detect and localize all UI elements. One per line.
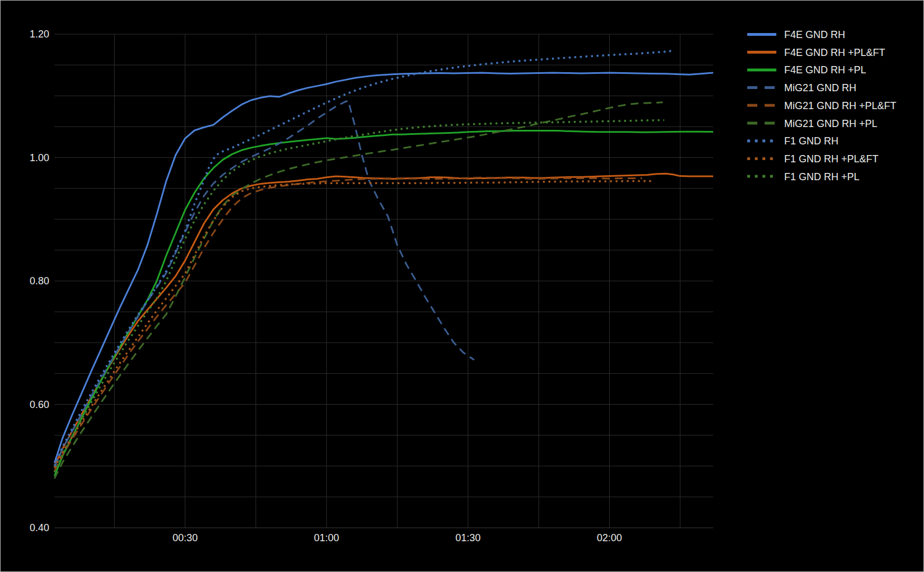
legend-label: MiG21 GND RH +PL&FT	[784, 100, 897, 111]
y-tick-label: 1.20	[30, 29, 49, 40]
x-tick-label: 01:00	[314, 532, 339, 543]
series-line-f1-gnd-rh	[54, 51, 674, 466]
y-tick-label: 0.60	[30, 399, 49, 410]
legend-item-f4e-gnd-rh: F4E GND RH	[747, 29, 845, 40]
series-line-f1-gnd-rh-pl-ft	[54, 181, 654, 468]
series-line-f1-gnd-rh-pl	[54, 120, 664, 472]
legend-label: MiG21 GND RH +PL	[784, 118, 878, 129]
legend-label: F1 GND RH +PL	[784, 171, 860, 182]
legend: F4E GND RHF4E GND RH +PL&FTF4E GND RH +P…	[747, 29, 897, 182]
legend-item-mig21-gnd-rh-pl-ft: MiG21 GND RH +PL&FT	[747, 100, 897, 111]
legend-item-mig21-gnd-rh: MiG21 GND RH	[747, 82, 856, 93]
y-tick-label: 1.00	[30, 152, 49, 163]
x-tick-label: 02:00	[597, 532, 622, 543]
legend-label: F1 GND RH +PL&FT	[784, 153, 879, 165]
gridlines	[54, 34, 713, 528]
legend-item-mig21-gnd-rh-pl: MiG21 GND RH +PL	[747, 118, 878, 129]
x-tick-label: 01:30	[455, 532, 480, 543]
series-group	[54, 51, 713, 479]
legend-item-f1-gnd-rh-pl-ft: F1 GND RH +PL&FT	[747, 153, 879, 165]
legend-item-f1-gnd-rh-pl: F1 GND RH +PL	[747, 171, 860, 182]
legend-item-f4e-gnd-rh-pl-ft: F4E GND RH +PL&FT	[747, 47, 885, 58]
legend-label: F1 GND RH	[784, 135, 838, 147]
y-tick-label: 0.80	[30, 275, 49, 287]
series-line-f4e-gnd-rh-pl-ft	[54, 174, 713, 466]
line-chart-canvas: 1.201.000.800.600.4000:3001:0001:3002:00…	[0, 0, 924, 572]
legend-label: F4E GND RH +PL&FT	[784, 47, 885, 58]
legend-label: MiG21 GND RH	[784, 82, 856, 93]
legend-item-f1-gnd-rh: F1 GND RH	[747, 135, 838, 147]
series-line-mig21-gnd-rh-pl-ft	[54, 177, 642, 471]
legend-item-f4e-gnd-rh-pl: F4E GND RH +PL	[747, 64, 866, 76]
legend-label: F4E GND RH	[784, 29, 845, 40]
x-tick-label: 00:30	[172, 532, 197, 543]
series-line-mig21-gnd-rh-pl	[54, 102, 663, 479]
legend-label: F4E GND RH +PL	[784, 64, 866, 76]
line-chart: 1.201.000.800.600.4000:3001:0001:3002:00…	[0, 0, 924, 572]
y-tick-label: 0.40	[30, 522, 49, 533]
